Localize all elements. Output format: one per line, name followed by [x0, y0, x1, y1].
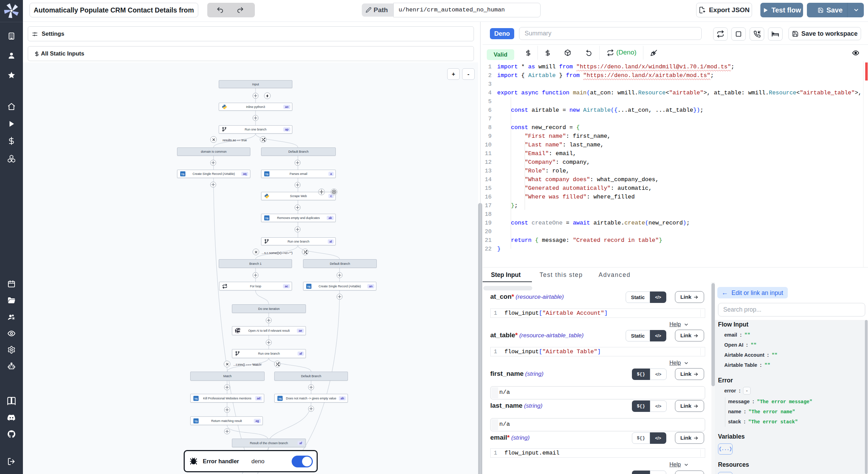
svg-text:TS: TS: [181, 173, 184, 176]
svg-text:TS: TS: [265, 217, 268, 220]
svg-text:TS: TS: [278, 397, 282, 400]
svg-text:TS: TS: [265, 173, 268, 176]
svg-text:TS: TS: [194, 420, 198, 423]
svg-text:TS: TS: [307, 285, 310, 288]
svg-text:TS: TS: [194, 397, 198, 400]
